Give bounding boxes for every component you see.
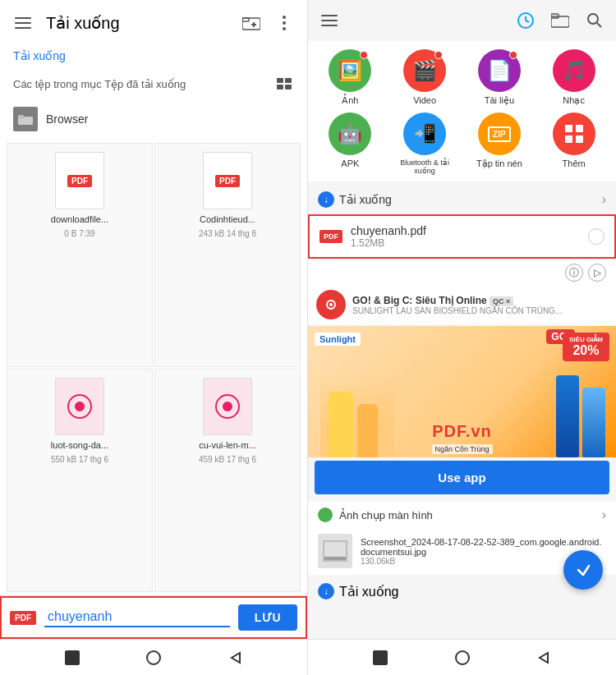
svg-rect-2 xyxy=(15,27,31,29)
svg-rect-45 xyxy=(373,650,388,665)
screenshot-section-header[interactable]: Ảnh chụp màn hình › xyxy=(308,501,616,529)
screenshot-thumbnail xyxy=(318,534,352,568)
ad-text: GO! & Big C: Siêu Thị Online QC × SUNLIG… xyxy=(352,295,608,315)
clock-icon[interactable] xyxy=(516,11,536,30)
folder-icon-right[interactable] xyxy=(550,11,570,30)
app-label: Nhạc xyxy=(563,95,585,106)
pdf-thumbnail: PDF xyxy=(203,152,252,209)
svg-point-21 xyxy=(147,651,160,664)
file-name: Codinhtieud... xyxy=(170,214,285,224)
zip-icon: ZIP xyxy=(478,112,521,155)
svg-rect-1 xyxy=(15,22,31,24)
app-item-music[interactable]: 🎵 Nhạc xyxy=(540,49,608,106)
pdf-badge-bottom: PDF xyxy=(10,611,36,625)
app-item-apk[interactable]: 🤖 APK xyxy=(316,112,384,175)
taixuong2-label: Tải xuống xyxy=(339,584,398,599)
search-icon[interactable] xyxy=(585,11,605,30)
hamburger-icon[interactable] xyxy=(13,13,33,33)
chevron-right-icon: › xyxy=(602,507,606,522)
svg-point-19 xyxy=(223,402,232,411)
filename-input[interactable] xyxy=(44,608,230,627)
badge-dot xyxy=(434,51,443,59)
list-item[interactable]: PDF downloadfile... 0 B 7:39 xyxy=(7,143,153,367)
pdf-file-row[interactable]: ➤ PDF chuyenanh.pdf 1.52MB xyxy=(308,214,616,259)
header-icons xyxy=(241,13,294,33)
svg-rect-23 xyxy=(321,15,338,16)
file-meta: 0 B 7:39 xyxy=(64,229,94,238)
app-item-docs[interactable]: 📄 Tài liệu xyxy=(466,49,534,106)
ad-people-area xyxy=(320,375,394,457)
docs-icon: 📄 xyxy=(478,49,521,92)
file-name: luot-song-da... xyxy=(22,440,137,450)
download-icon: ↓ xyxy=(318,191,334,208)
apk-icon: 🤖 xyxy=(329,112,371,155)
more-vert-icon[interactable] xyxy=(274,13,294,33)
more-icon xyxy=(553,112,595,155)
svg-point-8 xyxy=(283,21,286,25)
list-item[interactable]: luot-song-da... 550 kB 17 thg 6 xyxy=(7,369,153,593)
pdf-file-info: chuyenanh.pdf 1.52MB xyxy=(351,224,580,249)
file-grid: PDF downloadfile... 0 B 7:39 PDF Codinht… xyxy=(0,140,307,595)
stop-button[interactable] xyxy=(62,648,82,668)
section-label: Các tệp trong mục Tệp đã tải xuống xyxy=(0,69,307,99)
app-label: Tập tin nén xyxy=(476,158,522,169)
add-folder-icon[interactable] xyxy=(241,13,261,33)
list-item[interactable]: PDF Codinhtieud... 243 kB 14 thg 8 xyxy=(154,143,301,367)
fab-button[interactable] xyxy=(563,550,603,590)
home-button[interactable] xyxy=(144,648,163,668)
pdf-badge-icon: PDF xyxy=(319,230,342,243)
file-name: downloadfile... xyxy=(22,214,137,224)
info-icon[interactable]: ⓘ xyxy=(565,264,583,282)
pdf-filename: chuyenanh.pdf xyxy=(351,224,580,237)
left-header: Tải xuống xyxy=(0,0,307,46)
play-icon[interactable]: ▷ xyxy=(588,264,606,282)
bluetooth-icon: 📲 xyxy=(403,112,446,155)
app-item-bluetooth[interactable]: 📲 Bluetooth & tải xuống xyxy=(391,112,459,175)
folder-icon xyxy=(13,107,38,131)
svg-rect-15 xyxy=(18,115,24,118)
save-bar: PDF LƯU xyxy=(0,595,307,639)
right-header xyxy=(308,0,616,41)
stop-button-right[interactable] xyxy=(370,648,390,668)
folder-name: Browser xyxy=(46,112,88,126)
save-button[interactable]: LƯU xyxy=(238,604,297,631)
ad-logo xyxy=(316,290,346,319)
svg-rect-10 xyxy=(277,78,283,83)
phone-nav-bar xyxy=(0,639,307,675)
svg-point-39 xyxy=(329,303,333,306)
back-button[interactable] xyxy=(226,648,246,668)
back-button-right[interactable] xyxy=(534,648,554,668)
grid-view-icon[interactable] xyxy=(274,74,294,94)
use-app-button[interactable]: Use app xyxy=(315,461,609,494)
pdf-filesize: 1.52MB xyxy=(351,237,580,249)
download-section-header[interactable]: ↓ Tải xuống › xyxy=(308,185,616,214)
file-meta: 243 kB 14 thg 8 xyxy=(199,229,256,238)
list-item[interactable]: cu-vui-len-m... 459 kB 17 thg 6 xyxy=(154,369,301,593)
svg-rect-42 xyxy=(324,557,346,560)
svg-rect-25 xyxy=(321,25,338,26)
file-meta: 550 kB 17 thg 6 xyxy=(51,455,108,464)
watermark: PDF.vn xyxy=(432,422,492,441)
ad-subtitle: SUNLIGHT LAU SÀN BIOSHIELD NGĂN CÔN TRÙN… xyxy=(352,306,608,315)
app-item-photos[interactable]: 🖼️ Ảnh xyxy=(316,49,384,106)
ad-row: GO! & Big C: Siêu Thị Online QC × SUNLIG… xyxy=(308,285,616,324)
app-item-zip[interactable]: ZIP Tập tin nén xyxy=(466,112,534,175)
green-dot-icon xyxy=(318,507,333,522)
app-item-video[interactable]: 🎬 Video xyxy=(391,49,459,106)
home-button-right[interactable] xyxy=(453,648,472,668)
ad-title: GO! & Big C: Siêu Thị Online QC × xyxy=(352,295,608,306)
svg-rect-11 xyxy=(285,78,292,83)
screenshot-label: Ảnh chụp màn hình xyxy=(339,509,433,521)
app-grid: 🖼️ Ảnh 🎬 Video 📄 Tài liệu 🎵 xyxy=(308,41,616,181)
svg-rect-4 xyxy=(242,18,249,21)
download-label: Tải xuống xyxy=(339,193,392,206)
app-label: APK xyxy=(341,158,359,168)
right-hamburger-icon[interactable] xyxy=(319,11,339,30)
svg-rect-0 xyxy=(15,17,31,19)
svg-marker-47 xyxy=(540,653,548,663)
chevron-right-icon: › xyxy=(602,192,606,207)
app-label: Thêm xyxy=(563,158,586,168)
app-item-more[interactable]: Thêm xyxy=(540,112,608,175)
radio-select[interactable] xyxy=(588,228,605,245)
folder-row[interactable]: Browser xyxy=(0,99,307,140)
